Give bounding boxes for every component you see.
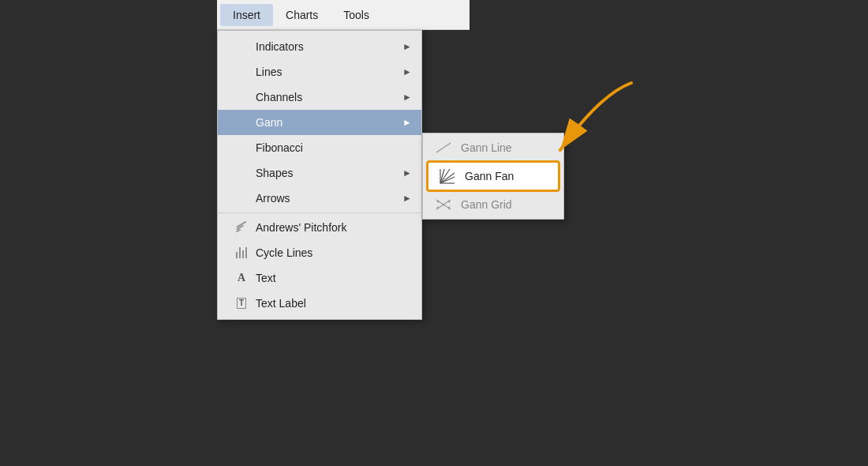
indicators-label: Indicators bbox=[256, 40, 402, 53]
menu-item-shapes[interactable]: Shapes ► bbox=[218, 160, 421, 186]
menu-item-cycle-lines[interactable]: Cycle Lines bbox=[218, 240, 421, 265]
menu-item-indicators[interactable]: Indicators ► bbox=[218, 34, 421, 59]
shapes-arrow: ► bbox=[402, 167, 412, 179]
text-a-icon: A bbox=[238, 272, 245, 284]
menu-item-arrows[interactable]: Arrows ► bbox=[218, 186, 421, 211]
divider-1 bbox=[218, 212, 421, 213]
text-label: Text bbox=[256, 272, 412, 284]
menubar-item-tools[interactable]: Tools bbox=[331, 4, 382, 26]
text-icon: A bbox=[230, 272, 253, 284]
gann-line-submenu-label: Gann Line bbox=[461, 141, 512, 154]
gann-grid-submenu-label: Gann Grid bbox=[461, 198, 512, 211]
menu-item-text-label[interactable]: T Text Label bbox=[218, 291, 421, 316]
gann-grid-svg bbox=[435, 198, 452, 211]
arrows-arrow: ► bbox=[402, 193, 412, 204]
cycle-lines-label: Cycle Lines bbox=[256, 246, 412, 259]
andrews-pitchfork-label: Andrews' Pitchfork bbox=[256, 221, 412, 234]
menu-item-fibonacci[interactable]: Fibonacci bbox=[218, 135, 421, 160]
svg-point-12 bbox=[437, 207, 440, 209]
svg-point-10 bbox=[437, 201, 440, 203]
text-label-icon: T bbox=[230, 298, 253, 309]
shapes-label: Shapes bbox=[256, 167, 402, 179]
text-label-t-icon: T bbox=[237, 298, 246, 309]
svg-point-9 bbox=[443, 204, 445, 206]
gann-label: Gann bbox=[256, 116, 402, 129]
indicators-arrow: ► bbox=[402, 41, 412, 52]
gann-arrow: ► bbox=[402, 117, 412, 128]
menu-item-channels[interactable]: Channels ► bbox=[218, 85, 421, 110]
menubar-item-charts[interactable]: Charts bbox=[273, 4, 331, 26]
svg-line-0 bbox=[436, 143, 451, 152]
menu-item-gann[interactable]: Gann ► bbox=[218, 110, 421, 135]
fibonacci-label: Fibonacci bbox=[256, 141, 412, 154]
text-label-label: Text Label bbox=[256, 297, 412, 310]
svg-point-13 bbox=[448, 207, 451, 209]
annotation-arrow bbox=[505, 79, 647, 176]
insert-dropdown-menu: Indicators ► Lines ► Channels ► Gann ► F… bbox=[217, 30, 422, 320]
gann-line-submenu-icon bbox=[432, 141, 455, 154]
menu-item-lines[interactable]: Lines ► bbox=[218, 59, 421, 85]
lines-arrow: ► bbox=[402, 66, 412, 77]
arrows-label: Arrows bbox=[256, 192, 402, 205]
menubar-item-insert[interactable]: Insert bbox=[220, 4, 273, 26]
gann-grid-submenu-icon bbox=[432, 198, 455, 211]
lines-label: Lines bbox=[256, 66, 402, 78]
background bbox=[0, 0, 868, 466]
svg-point-11 bbox=[448, 201, 451, 203]
menu-item-text[interactable]: A Text bbox=[218, 265, 421, 291]
channels-arrow: ► bbox=[402, 92, 412, 103]
menubar: Insert Charts Tools bbox=[217, 0, 470, 30]
cycle-lines-icon bbox=[230, 247, 253, 258]
menu-item-andrews-pitchfork[interactable]: Andrews' Pitchfork bbox=[218, 215, 421, 240]
submenu-item-gann-grid[interactable]: Gann Grid bbox=[423, 194, 563, 216]
gann-fan-submenu-icon bbox=[436, 167, 458, 185]
gann-fan-svg bbox=[439, 167, 456, 185]
annotation-arrow-svg bbox=[505, 79, 647, 174]
channels-label: Channels bbox=[256, 91, 402, 103]
andrews-pitchfork-icon bbox=[230, 224, 253, 231]
gann-line-svg bbox=[435, 141, 452, 154]
